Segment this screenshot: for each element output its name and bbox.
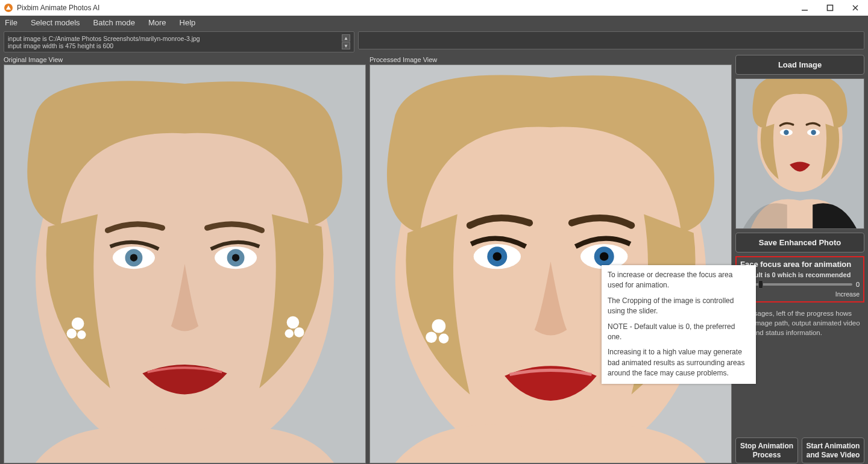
svg-point-23 — [493, 252, 502, 260]
original-view-column: Original Image View — [4, 55, 366, 463]
svg-point-29 — [439, 334, 449, 344]
svg-point-36 — [784, 130, 788, 134]
window-maximize-icon[interactable] — [826, 4, 834, 12]
original-image-placeholder — [4, 65, 365, 463]
svg-point-38 — [811, 130, 816, 134]
processed-view-label: Processed Image View — [370, 55, 732, 64]
processed-image-frame — [370, 64, 732, 463]
svg-point-16 — [287, 316, 300, 329]
menu-file[interactable]: File — [2, 17, 20, 28]
menu-more[interactable]: More — [146, 17, 169, 28]
focus-slider-thumb[interactable] — [758, 280, 763, 289]
app-title: Pixbim Animate Photos AI — [17, 4, 99, 12]
processed-view-column: Processed Image View — [370, 55, 732, 463]
focus-slider[interactable] — [740, 283, 852, 286]
tooltip-p4: Increasing it to a high value may genera… — [608, 347, 750, 378]
titlebar: Pixbim Animate Photos AI — [0, 0, 868, 16]
menu-help[interactable]: Help — [177, 17, 198, 28]
app-logo-icon — [4, 3, 13, 13]
svg-point-26 — [600, 252, 608, 260]
tooltip-p3: NOTE - Default value is 0, the preferred… — [608, 322, 750, 343]
focus-slider-increase-label: Increase — [740, 290, 860, 298]
original-image-frame — [4, 64, 366, 463]
info-row: input image is C:/Animate Photos Screens… — [0, 29, 868, 55]
svg-rect-2 — [828, 5, 833, 11]
focus-panel-title: Face focus area for animation — [740, 260, 860, 269]
svg-point-28 — [426, 331, 437, 343]
processed-image-placeholder — [370, 65, 731, 463]
log-scroll-spinner[interactable]: ▲ ▼ — [342, 34, 350, 49]
svg-point-18 — [285, 329, 294, 337]
focus-slider-value: 0 — [856, 281, 860, 288]
info-log-box: input image is C:/Animate Photos Screens… — [4, 31, 354, 52]
load-image-button[interactable]: Load Image — [735, 55, 864, 75]
tooltip-p1: To increase or decrease the focus area u… — [608, 270, 750, 291]
chevron-up-icon[interactable]: ▲ — [342, 34, 350, 42]
menubar: File Select models Batch mode More Help — [0, 16, 868, 29]
original-view-label: Original Image View — [4, 55, 366, 64]
svg-point-12 — [232, 254, 239, 262]
progress-box — [358, 31, 864, 49]
info-line-2: input image width is 475 height is 600 — [8, 42, 200, 49]
svg-point-15 — [77, 330, 86, 339]
svg-point-27 — [432, 319, 446, 333]
thumbnail-image-placeholder — [736, 79, 864, 228]
focus-panel-subtitle: Default is 0 which is recommended — [740, 271, 860, 278]
info-line-1: input image is C:/Animate Photos Screens… — [8, 35, 200, 42]
window-minimize-icon[interactable] — [800, 4, 809, 12]
tooltip-p2: The Cropping of the image is controlled … — [608, 296, 750, 317]
menu-select-models[interactable]: Select models — [28, 17, 83, 28]
svg-point-9 — [130, 254, 137, 262]
sidebar: Load Image Save Enhanced Photo Fac — [735, 55, 864, 463]
save-enhanced-photo-button[interactable]: Save Enhanced Photo — [735, 233, 864, 252]
svg-point-14 — [67, 328, 77, 339]
start-animation-button[interactable]: Start Animation and Save Video — [802, 437, 864, 463]
svg-point-17 — [294, 327, 304, 337]
svg-point-13 — [72, 318, 84, 330]
thumbnail-frame — [735, 78, 864, 229]
window-close-icon[interactable] — [851, 4, 860, 12]
focus-tooltip: To increase or decrease the focus area u… — [602, 265, 756, 384]
menu-batch-mode[interactable]: Batch mode — [91, 17, 137, 28]
stop-animation-button[interactable]: Stop Animation Process — [735, 437, 798, 463]
chevron-down-icon[interactable]: ▼ — [342, 42, 350, 49]
